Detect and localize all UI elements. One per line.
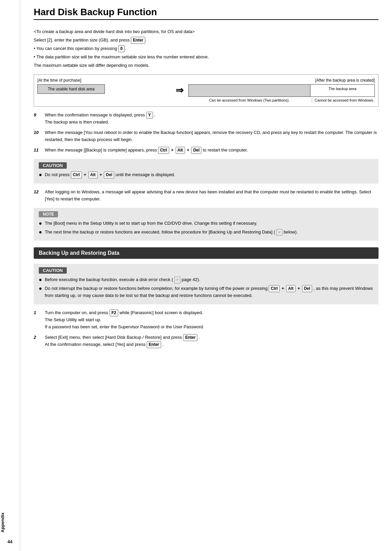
disk-bottom-labels: Can be accessed from Windows (Two partit… <box>188 98 375 103</box>
step-11-content: When the message [[Backup] is complete] … <box>45 147 379 154</box>
caution-box-2: CAUTION ● Before executing the backup fu… <box>34 264 379 304</box>
diagram-arrow: ⇒ <box>171 85 188 96</box>
note-header: NOTE <box>39 211 58 217</box>
bullet-2: ● <box>39 276 42 283</box>
backup-area-box: The backup area <box>310 84 375 97</box>
caution-1-header: CAUTION <box>39 162 67 169</box>
enter-key-1: Enter <box>131 37 145 44</box>
step-s2-1-suffix: while [Panasonic] boot screen is display… <box>119 310 203 315</box>
caution-1-item-1: ● Do not press Ctrl + Alt + Del until th… <box>39 171 373 178</box>
step-s2-1-content: Turn the computer on, and press F2 while… <box>45 309 379 331</box>
usable-disk-area: The usable hard disk area <box>37 84 105 94</box>
step-s2-1-line3: If a password has been set, enter the Su… <box>45 324 204 329</box>
sidebar-label: Appendix <box>0 509 20 536</box>
step-s2-1-prefix: Turn the computer on, and press <box>45 310 110 315</box>
ref-icon-1: ☞ <box>174 277 180 283</box>
step-11-suffix: to restart the computer. <box>203 147 248 153</box>
step-s2-2-num: 2 <box>34 334 42 348</box>
bullet-3: ● <box>39 285 42 299</box>
alt-key-1: Alt <box>176 147 185 154</box>
note-box: NOTE ● The [Boot] menu in the Setup Util… <box>34 208 379 241</box>
intro-section: <To create a backup area and divide hard… <box>34 28 379 69</box>
diagram-right-label-visible: [After the backup area is created] <box>315 78 375 83</box>
arrow-ref-icon: ☞ <box>276 229 282 236</box>
enter-key-2: Enter <box>183 334 198 341</box>
page-number: 44 <box>0 536 20 544</box>
zero-key: 0 <box>118 45 125 52</box>
step-s2-1-num: 1 <box>34 309 42 331</box>
step-11: 11 When the message [[Backup] is complet… <box>34 147 379 154</box>
step-s2-2-suffix: . <box>199 335 200 340</box>
step-s2-2-line2-suffix: . <box>162 342 164 347</box>
del-key-2: Del <box>104 171 114 178</box>
step-12: 12 After logging on to Windows, a messag… <box>34 189 379 203</box>
page-title: Hard Disk Backup Function <box>34 7 379 20</box>
diagram-left-label: [At the time of purchase] <box>37 78 81 83</box>
step-s2-2-prefix: Select [Exit] menu, then select [Hard Di… <box>45 335 183 340</box>
note-item-2: ● The next time the backup or restore fu… <box>39 229 373 236</box>
step-10: 10 When the message [You must reboot in … <box>34 129 379 143</box>
bullet-1: ● <box>39 171 42 178</box>
caution-2-header: CAUTION <box>39 267 67 274</box>
caution-2-text-2: Do not interrupt the backup or restore f… <box>45 285 373 299</box>
caution-2-item-1: ● Before executing the backup function, … <box>39 276 373 283</box>
step-10-num: 10 <box>34 129 42 143</box>
ctrl-key-1: Ctrl <box>158 147 169 154</box>
step-s2-1-line2: The Setup Utility will start up. <box>45 317 101 322</box>
left-partition <box>188 84 310 97</box>
intro-line5: The maximum settable size will differ de… <box>34 62 379 69</box>
main-content: Hard Disk Backup Function <To create a b… <box>20 0 392 551</box>
note-bullet-2: ● <box>39 229 42 236</box>
page: Appendix 44 Hard Disk Backup Function <T… <box>0 0 392 551</box>
caution-2-text-1: Before executing the backup function, ex… <box>45 276 200 283</box>
intro-line4: • The data partition size will be the ma… <box>34 54 379 61</box>
note-bullet-1: ● <box>39 220 42 227</box>
sidebar: Appendix 44 <box>0 0 20 551</box>
step-s2-2-content: Select [Exit] menu, then select [Hard Di… <box>45 334 379 348</box>
step-11-prefix: When the message [[Backup] is complete] … <box>45 147 158 153</box>
step-9: 9 When the confirmation message is displ… <box>34 112 379 126</box>
f2-key: F2 <box>110 309 118 316</box>
step-11-num: 11 <box>34 147 42 154</box>
intro-line1: <To create a backup area and divide hard… <box>34 28 379 35</box>
step-9-text-suffix: . <box>154 112 155 117</box>
step-12-num: 12 <box>34 189 42 203</box>
ctrl-key-3: Ctrl <box>269 285 280 292</box>
del-key-1: Del <box>191 147 202 154</box>
enter-key-3: Enter <box>147 341 161 348</box>
left-partition-label: Can be accessed from Windows (Two partit… <box>188 98 312 103</box>
y-key: Y <box>146 112 153 119</box>
step-9-text-prefix: When the confirmation message is display… <box>45 112 146 117</box>
step-9-content: When the confirmation message is display… <box>45 112 379 126</box>
note-item-1: ● The [Boot] menu in the Setup Utility i… <box>39 220 373 227</box>
step-10-content: When the message [You must reboot in ord… <box>45 129 379 143</box>
del-key-3: Del <box>302 285 312 292</box>
right-partition-label: Cannot be accessed from Windows. <box>312 98 375 103</box>
step-s2-1: 1 Turn the computer on, and press F2 whi… <box>34 309 379 331</box>
step-9-num: 9 <box>34 112 42 126</box>
intro-line2: Select [2], enter the partition size (GB… <box>34 37 379 44</box>
step-9-line2: The backup area is then created. <box>45 119 109 125</box>
note-text-1: The [Boot] menu in the Setup Utility is … <box>45 220 258 227</box>
alt-key-3: Alt <box>286 285 296 292</box>
caution-box-1: CAUTION ● Do not press Ctrl + Alt + Del … <box>34 159 379 184</box>
section-2-header: Backing Up and Restoring Data <box>34 247 379 259</box>
step-12-content: After logging on to Windows, a message w… <box>45 189 379 203</box>
alt-key-2: Alt <box>88 171 98 178</box>
ctrl-key-2: Ctrl <box>71 171 82 178</box>
caution-2-item-2: ● Do not interrupt the backup or restore… <box>39 285 373 299</box>
caution-1-text: Do not press Ctrl + Alt + Del until the … <box>45 171 175 178</box>
disk-diagram: [At the time of purchase] The usable har… <box>34 74 379 107</box>
note-text-2: The next time the backup or restore func… <box>45 229 298 236</box>
step-s2-2-line2-prefix: At the confirmation message, select [Yes… <box>45 342 147 347</box>
step-s2-2: 2 Select [Exit] menu, then select [Hard … <box>34 334 379 348</box>
intro-line3: • You can cancel this operation by press… <box>34 45 379 52</box>
